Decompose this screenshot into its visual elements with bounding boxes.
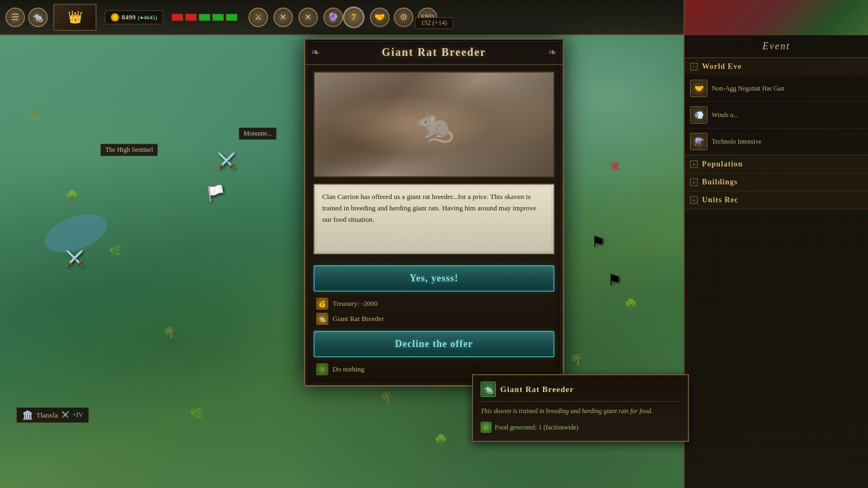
- army-banner-3[interactable]: ⚔️: [65, 249, 84, 267]
- event-icon-techno: ⚗️: [690, 133, 707, 150]
- army-banner-2[interactable]: 🏳️: [206, 184, 225, 202]
- units-header[interactable]: + Units Rec: [685, 191, 868, 209]
- buildings-header[interactable]: + Buildings: [685, 174, 868, 191]
- dialog-title: Giant Rat Breeder: [382, 46, 487, 58]
- event-item-winds[interactable]: 💨 Winds o...: [685, 102, 868, 129]
- tooltip-stat-food: 🌿 Food generated: 1 (factionwide): [481, 420, 680, 434]
- event-section-world: − World Eve 🤝 Non-Agg Negotiat Har Gan 💨…: [685, 58, 868, 156]
- ability-icon-3[interactable]: ✕: [298, 8, 318, 27]
- tooltip-header: 🐀 Giant Rat Breeder: [481, 382, 680, 402]
- bar-segment-1: [171, 14, 183, 21]
- world-events-title: World Eve: [702, 62, 742, 71]
- army-banner-4[interactable]: ⚑: [591, 233, 605, 251]
- cost-treasury: 💰 Treasury: -2000: [314, 296, 554, 311]
- dialog-buttons: Yes, yesss! 💰 Treasury: -2000 🐀 Giant Ra…: [305, 260, 563, 385]
- event-text-non-agg: Non-Agg Negotiat Har Gan: [712, 84, 784, 93]
- ability-icon-2[interactable]: ✕: [273, 8, 293, 27]
- army-banner-1[interactable]: ⚔️: [217, 152, 236, 170]
- buildings-collapse[interactable]: +: [690, 178, 698, 186]
- tooltip-icon: 🐀: [481, 382, 496, 397]
- event-text-techno: Technolo Intensive: [712, 137, 761, 146]
- population-header[interactable]: + Population: [685, 156, 868, 173]
- event-panel-title: Event: [685, 35, 868, 58]
- event-section-units: + Units Rec: [685, 191, 868, 209]
- population-title: Population: [702, 160, 743, 169]
- tooltip-title: Giant Rat Breeder: [500, 385, 574, 394]
- tooltip-stat-icon: 🌿: [481, 422, 492, 433]
- units-collapse[interactable]: +: [690, 196, 698, 204]
- health-bars: [171, 14, 238, 21]
- map-x-marker: ✕: [610, 160, 620, 173]
- technology-icon[interactable]: ⚙: [394, 8, 413, 27]
- event-section-population: + Population: [685, 156, 868, 174]
- event-section-buildings: + Buildings: [685, 174, 868, 191]
- tooltip-description: This skaven is trained in breeding and h…: [481, 406, 680, 416]
- resource-bar: 8499 (●4645): [105, 10, 163, 24]
- event-icon-winds: 💨: [690, 106, 707, 124]
- dialog-portrait: [314, 72, 554, 177]
- bar-segment-2: [185, 14, 197, 21]
- ability-icon-4[interactable]: 🔮: [323, 8, 343, 27]
- event-item-techno[interactable]: ⚗️ Technolo Intensive: [685, 129, 868, 155]
- dialog-body-text: Clan Carrion has offered us a giant rat …: [322, 191, 546, 225]
- menu-button[interactable]: ☰: [5, 8, 25, 27]
- lord-portrait[interactable]: 👑: [53, 4, 97, 31]
- ability-icon-1[interactable]: ⚔: [248, 8, 268, 27]
- tooltip-stat-text: Food generated: 1 (factionwide): [495, 423, 578, 432]
- cost-unit: 🐀 Giant Rat Breeder: [314, 311, 554, 326]
- event-text-winds: Winds o...: [712, 111, 738, 120]
- units-title: Units Rec: [702, 196, 738, 204]
- title-ornament-left: ❧: [311, 46, 320, 59]
- faction-button[interactable]: 🐀: [28, 8, 48, 27]
- accept-button[interactable]: Yes, yesss!: [314, 265, 554, 292]
- cost-icon-unit: 🐀: [316, 313, 328, 325]
- bar-segment-3: [199, 14, 210, 21]
- diplomacy-icon[interactable]: 🤝: [370, 8, 390, 27]
- bar-segment-4: [212, 14, 224, 21]
- title-ornament-right: ❧: [548, 46, 557, 59]
- cost-icon-treasury: 💰: [316, 298, 328, 310]
- decline-button[interactable]: Decline the offer: [314, 331, 554, 357]
- decline-effect-icon: ○: [316, 363, 328, 375]
- bar-segment-5: [226, 14, 238, 21]
- gold-display: 8499 (●4645): [111, 13, 157, 22]
- turn-counter: 7: [343, 7, 365, 28]
- map-label-high-sentinel: The High Sentinel: [100, 144, 158, 156]
- event-icon-non-agg: 🤝: [690, 80, 707, 97]
- dialog-title-bar: ❧ Giant Rat Breeder ❧: [305, 40, 563, 65]
- event-item-non-agg[interactable]: 🤝 Non-Agg Negotiat Har Gan: [685, 75, 868, 102]
- movement-display: 152 (+14): [415, 17, 453, 29]
- map-label-monument: Monume...: [239, 127, 277, 140]
- buildings-title: Buildings: [702, 178, 738, 187]
- world-events-collapse[interactable]: −: [690, 63, 698, 70]
- army-banner-5[interactable]: ⚑: [608, 271, 621, 289]
- tooltip-giant-rat-breeder: 🐀 Giant Rat Breeder This skaven is train…: [472, 374, 689, 442]
- city-label-tlanxla[interactable]: 🏛️ Tlanxla ⚔️ +IV: [16, 407, 89, 423]
- giant-rat-breeder-dialog: ❧ Giant Rat Breeder ❧ Clan Carrion has o…: [304, 38, 564, 387]
- dialog-text-area: Clan Carrion has offered us a giant rat …: [314, 184, 554, 254]
- world-events-header[interactable]: − World Eve: [685, 58, 868, 75]
- population-collapse[interactable]: +: [690, 160, 698, 168]
- event-panel: Event − World Eve 🤝 Non-Agg Negotiat Har…: [684, 35, 868, 488]
